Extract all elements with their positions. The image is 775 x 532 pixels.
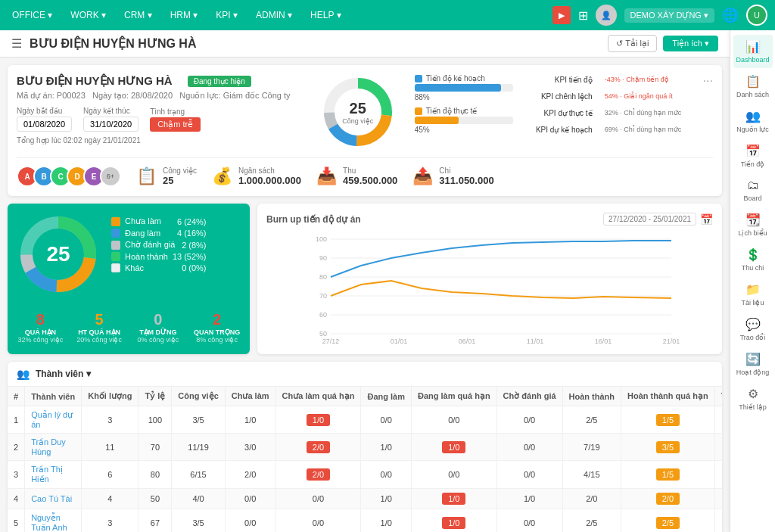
overdue-tamdung-number: 0 <box>135 311 182 328</box>
navbar-right: ▶ ⊞ 👤 DEMO XÂY DỰNG ▾ 🌐 U <box>552 5 767 26</box>
table-cell[interactable]: Quản lý dự án <box>25 406 82 434</box>
navbar-item-office[interactable]: OFFICE ▾ <box>8 7 57 23</box>
members-table: # Thành viên Khối lượng Tỷ lệ Công việc … <box>8 387 722 532</box>
col-hoanthanh: Hoàn thành <box>562 387 621 406</box>
overdue-quahan-sub: 32% công việc <box>17 336 64 344</box>
project-code: Mã dự án: P00023 <box>17 91 86 100</box>
stat-ngansach: 💰 Ngân sách 1.000.000.000 <box>212 166 301 186</box>
table-header-row: # Thành viên Khối lượng Tỷ lệ Công việc … <box>8 387 722 406</box>
project-card: BƯU ĐIỆN HUYỆN HƯNG HÀ Đang thực hiện Mã… <box>8 65 722 196</box>
sidebar-item-traodoi[interactable]: 💬 Trao đổi <box>733 313 773 346</box>
main-content: ☰ BƯU ĐIỆN HUYỆN HƯNG HÀ ↺ Tải lại Tiện … <box>0 30 730 532</box>
demo-dropdown[interactable]: DEMO XÂY DỰNG ▾ <box>624 8 714 23</box>
sidebar-item-danhsach[interactable]: 📋 Danh sách <box>733 70 773 103</box>
table-cell: 0/0 <box>496 509 562 533</box>
table-cell: 11/19 <box>172 434 225 461</box>
svg-text:100: 100 <box>316 235 327 243</box>
donut-label: 25 Công việc <box>342 100 373 125</box>
globe-icon[interactable]: 🌐 <box>722 7 739 23</box>
donut-container: 25 Công việc <box>320 74 396 150</box>
navbar-item-work[interactable]: WORK ▾ <box>66 7 110 23</box>
sidebar-item-nguonluc[interactable]: 👥 Nguồn lực <box>733 104 773 138</box>
table-cell: 3/5 <box>621 434 715 461</box>
sidebar-item-board[interactable]: 🗂 Board <box>733 174 773 207</box>
kpi-section: KPI tiến độ -43% · Chậm tiến độ KPI chên… <box>524 74 696 135</box>
nguonluc-label: Nguồn lực <box>736 126 769 133</box>
hamburger-menu[interactable]: ☰ <box>11 36 22 51</box>
table-cell: 1/5 <box>621 461 715 489</box>
svg-text:50: 50 <box>319 330 327 338</box>
overdue-quahan-number: 8 <box>17 311 64 328</box>
tailieu-label: Tài liệu <box>741 299 764 306</box>
youtube-icon[interactable]: ▶ <box>552 6 571 24</box>
legend-khac: Khác 0 (0%) <box>111 263 207 272</box>
calendar-icon[interactable]: 📅 <box>700 213 713 226</box>
table-cell: 0/0 <box>496 461 562 489</box>
content-wrapper: ☰ BƯU ĐIỆN HUYỆN HƯNG HÀ ↺ Tải lại Tiện … <box>0 30 775 532</box>
kehoach-bar <box>415 84 501 92</box>
tailieu-icon: 📁 <box>745 282 761 297</box>
table-cell: 1/0 <box>496 489 562 509</box>
table-cell: 3/5 <box>172 406 225 434</box>
stat-thu: 📥 Thu 459.500.000 <box>316 166 397 186</box>
table-cell: 1/0 <box>361 509 412 533</box>
navbar-item-kpi[interactable]: KPI ▾ <box>211 7 242 23</box>
progress-kehoach-legend: Tiến độ kế hoạch <box>415 74 513 82</box>
project-title-section: BƯU ĐIỆN HUYỆN HƯNG HÀ Đang thực hiện Mã… <box>17 74 313 145</box>
sidebar-item-tailieu[interactable]: 📁 Tài liệu <box>733 278 773 311</box>
count-khac: 0 (0%) <box>182 263 206 272</box>
overdue-htquahan: 5 HT QUÁ HẠN 20% công việc <box>76 311 123 344</box>
col-congviec: Công việc <box>172 387 225 406</box>
avatar-group: A B C D E 6+ <box>17 166 121 187</box>
hoatdong-icon: 🔄 <box>745 352 761 366</box>
user-avatar[interactable]: U <box>746 5 767 26</box>
thuchi-label: Thu chi <box>742 264 764 272</box>
kpi-label-2: KPI dự thực tế <box>524 109 593 117</box>
stat-congviec-label: Công việc <box>163 166 197 175</box>
sidebar-item-lichbieu[interactable]: 📆 Lịch biểu <box>733 208 773 241</box>
navbar-item-crm[interactable]: CRM ▾ <box>120 7 157 23</box>
progress-section: Tiến độ kế hoạch 88% Tiến độ thực tế <box>415 74 513 135</box>
sidebar-item-hoatdong[interactable]: 🔄 Hoạt động <box>733 347 773 381</box>
expense-icon: 📤 <box>412 166 433 186</box>
navbar-item-admin[interactable]: ADMIN ▾ <box>251 7 297 23</box>
table-cell: 1 <box>8 406 25 434</box>
table-cell[interactable]: Trần Thị Hiền <box>25 461 82 489</box>
project-name: BƯU ĐIỆN HUYỆN HƯNG HÀ <box>17 74 173 88</box>
kpi-row-0: KPI tiến độ -43% · Chậm tiến độ <box>524 74 696 85</box>
table-cell: 0/0 <box>411 406 496 434</box>
table-section-label[interactable]: Thành viên ▾ <box>36 369 91 379</box>
table-cell[interactable]: Nguyễn Tuấn Anh <box>25 509 82 533</box>
overdue-htquahan-label: HT QUÁ HẠN <box>76 328 123 336</box>
kehoach-bar-container <box>415 84 513 92</box>
table-cell: 1/0 <box>225 406 275 434</box>
count-cho-danhgia: 2 (8%) <box>182 241 206 250</box>
navbar-item-hrm[interactable]: HRM ▾ <box>166 7 203 23</box>
sidebar-item-dashboard[interactable]: 📊 Dashboard <box>733 35 773 68</box>
danhsach-label: Danh sách <box>736 91 769 98</box>
sidebar-item-tiendo[interactable]: 📅 Tiến độ <box>733 139 773 173</box>
end-date-value: 31/10/2020 <box>83 117 139 132</box>
table-cell: 0/0 <box>225 489 275 509</box>
tienich-button[interactable]: Tiện ích ▾ <box>663 36 718 51</box>
board-label: Board <box>743 194 761 202</box>
grid-icon[interactable]: ⊞ <box>578 8 588 23</box>
table-cell: 0/0 <box>275 489 361 509</box>
thucte-bar-container <box>415 117 513 124</box>
kpi-row-3: KPI dự kế hoạch 69% · Chỉ dùng hạn mức <box>524 124 696 135</box>
stats-row: A B C D E 6+ 📋 Công việc 25 <box>17 157 713 187</box>
table-cell[interactable]: Trần Duy Hùng <box>25 434 82 461</box>
table-cell[interactable]: Cao Tú Tài <box>25 489 82 509</box>
more-options-icon[interactable]: ··· <box>703 74 713 88</box>
reload-button[interactable]: ↺ Tải lại <box>608 35 657 52</box>
col-id: # <box>8 387 25 406</box>
sub-header: ☰ BƯU ĐIỆN HUYỆN HƯNG HÀ ↺ Tải lại Tiện … <box>0 30 730 58</box>
count-chua-lam: 6 (24%) <box>177 217 207 226</box>
sidebar-item-thietlap[interactable]: ⚙ Thiết lập <box>733 382 773 415</box>
table-cell: 2/5 <box>562 509 621 533</box>
navbar-item-help[interactable]: HELP ▾ <box>306 7 345 23</box>
legend-hoan-thanh: Hoàn thành 13 (52%) <box>111 252 207 261</box>
sidebar-item-thuchi[interactable]: 💲 Thu chi <box>733 243 773 276</box>
svg-text:16/01: 16/01 <box>595 338 612 345</box>
table-cell: 1/0 <box>361 489 412 509</box>
